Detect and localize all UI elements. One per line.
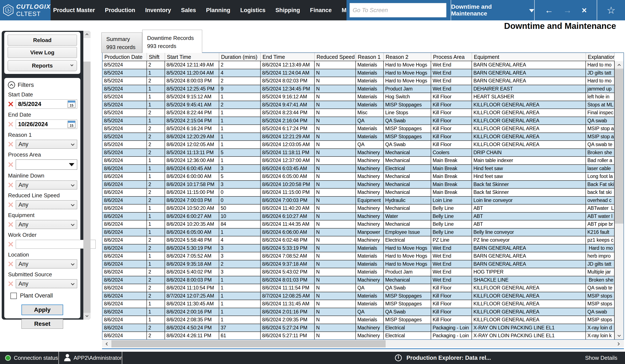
table-cell[interactable]: 8/6/2024 5:30:19 PM <box>165 244 219 252</box>
table-cell[interactable]: 2 <box>147 109 165 117</box>
clear-mainline-down-icon[interactable] <box>7 182 14 188</box>
table-cell[interactable]: Kill Floor <box>431 308 472 316</box>
table-cell[interactable]: QA <box>356 141 384 148</box>
table-cell[interactable]: 8/6/2024 <box>102 300 147 308</box>
table-cell[interactable]: 8/6/2024 <box>102 221 147 228</box>
table-cell[interactable]: Manpower <box>356 228 384 236</box>
table-cell[interactable]: 1 <box>147 316 165 324</box>
table-cell[interactable]: 8/6/2024 12:21:29 AM <box>261 133 315 140</box>
table-cell[interactable]: Kill Floor <box>431 300 472 308</box>
table-cell[interactable]: MISP Stoppages <box>384 101 431 109</box>
table-cell[interactable]: Wet End <box>431 244 472 252</box>
scroll-down-arrow-icon[interactable] <box>83 313 91 320</box>
table-cell[interactable]: 4 <box>219 69 261 77</box>
table-cell[interactable]: 1 <box>147 228 165 236</box>
table-cell[interactable]: ABTwater L <box>586 204 615 212</box>
table-row[interactable]: 8/5/202418/5/2024 9:15:12 AM18/5/2024 9:… <box>102 93 615 101</box>
table-cell[interactable]: Kill Floor <box>431 125 472 133</box>
table-cell[interactable]: Machinery <box>356 276 384 284</box>
table-cell[interactable]: Wet End <box>431 69 472 77</box>
table-cell[interactable]: 8/6/2024 4:50:24 PM <box>165 324 219 332</box>
table-cell[interactable]: 1 <box>219 133 261 140</box>
table-cell[interactable]: 3 <box>219 252 261 260</box>
table-cell[interactable]: N <box>315 221 356 228</box>
table-row[interactable]: 8/5/202428/6/2024 12:20:29 AM18/6/2024 1… <box>102 133 615 141</box>
table-cell[interactable]: 8/6/2024 10:17:58 PM <box>165 181 219 188</box>
table-cell[interactable]: Broken she <box>586 149 615 157</box>
end-date-input[interactable]: 10/26/2024 15 <box>16 120 77 129</box>
table-cell[interactable]: Packaging - Loin <box>431 332 472 339</box>
table-cell[interactable]: Kill Floor <box>431 117 472 125</box>
clear-reason1-icon[interactable] <box>7 141 14 147</box>
table-cell[interactable]: Product Jam <box>384 268 431 276</box>
table-cell[interactable]: MSIP stop a <box>586 125 615 133</box>
table-cell[interactable]: Water <box>384 213 431 220</box>
table-cell[interactable]: KILLFLOOR GENERAL AREA <box>472 109 586 117</box>
table-cell[interactable]: 2 <box>219 101 261 109</box>
scroll-left-arrow-icon[interactable] <box>102 340 111 347</box>
table-cell[interactable]: 2 <box>147 141 165 148</box>
table-cell[interactable]: N <box>315 276 356 284</box>
table-cell[interactable]: QA Swab <box>384 284 431 292</box>
show-details-button[interactable]: Show Details <box>585 352 617 364</box>
table-cell[interactable]: 1 <box>219 109 261 117</box>
clear-process-area-icon[interactable] <box>7 161 14 168</box>
table-row[interactable]: 8/6/202428/6/2024 4:26:11 PM618/6/2024 5… <box>102 332 615 339</box>
reduced-line-speed-select[interactable]: Any <box>16 200 77 209</box>
table-cell[interactable]: Materials <box>356 69 384 77</box>
table-cell[interactable]: 8/6/2024 6:00:00 AM <box>165 173 219 180</box>
table-cell[interactable]: 2 <box>219 77 261 85</box>
table-cell[interactable]: 3 <box>219 181 261 188</box>
column-header-end-time[interactable]: End Time <box>261 53 315 61</box>
table-cell[interactable]: 5 <box>219 173 261 180</box>
column-header-reduced-speed[interactable]: Reduced Speed <box>315 53 356 61</box>
column-header-equipment[interactable]: Equipment <box>472 53 586 61</box>
table-cell[interactable]: 8/5/2024 9:16:12 AM <box>261 93 315 101</box>
table-cell[interactable]: Hard to mo <box>586 244 615 252</box>
table-cell[interactable]: 8/6/2024 6:00:27 AM <box>165 213 219 220</box>
table-cell[interactable]: 8/6/2024 11:15:00 PM <box>165 189 219 196</box>
table-cell[interactable]: Materials <box>356 133 384 140</box>
table-cell[interactable]: N <box>315 117 356 125</box>
table-cell[interactable]: 8/6/2024 5:43:02 PM <box>261 268 315 276</box>
table-cell[interactable]: 8/5/2024 9:45:41 AM <box>165 101 219 109</box>
table-cell[interactable]: DRIP CHAIN <box>472 149 586 157</box>
table-cell[interactable]: Machinery <box>356 221 384 228</box>
table-row[interactable]: 8/6/202428/6/2024 8:00:03 PM18/6/2024 8:… <box>102 276 615 284</box>
table-cell[interactable]: Stops at ML <box>586 101 615 109</box>
table-cell[interactable]: N <box>315 244 356 252</box>
table-cell[interactable]: N <box>315 93 356 101</box>
table-cell[interactable]: QA swab te <box>586 284 615 292</box>
apply-button[interactable]: Apply <box>22 305 63 315</box>
table-cell[interactable]: Electrical <box>384 324 431 332</box>
table-cell[interactable]: HEART SLASHER <box>472 93 586 101</box>
table-cell[interactable]: N <box>315 332 356 339</box>
table-cell[interactable]: 8/6/2024 4:26:11 PM <box>165 332 219 339</box>
table-cell[interactable]: 1 <box>219 308 261 316</box>
table-cell[interactable]: 1 <box>219 292 261 300</box>
column-header-duration-mins-[interactable]: Duration (mins) <box>219 53 261 61</box>
table-cell[interactable]: Mechanical <box>384 173 431 180</box>
column-header-process-area[interactable]: Process Area <box>431 53 472 61</box>
table-cell[interactable]: MSIP stops <box>586 292 615 300</box>
table-cell[interactable]: N <box>315 181 356 188</box>
table-cell[interactable]: N <box>315 292 356 300</box>
table-cell[interactable]: 8/6/2024 6:00:45 AM <box>165 165 219 172</box>
table-row[interactable]: 8/6/202428/6/2024 7:00:03 PM08/6/2024 7:… <box>102 197 615 205</box>
table-cell[interactable]: 2 <box>147 236 165 244</box>
table-cell[interactable]: Mechanical <box>384 181 431 188</box>
table-cell[interactable]: N <box>315 300 356 308</box>
table-cell[interactable]: ABT pipe br <box>586 221 615 228</box>
table-cell[interactable]: Materials <box>356 292 384 300</box>
table-cell[interactable]: 8/6/2024 7:05:52 AM <box>165 252 219 260</box>
table-cell[interactable]: 8/6/2024 7:00:03 PM <box>261 197 315 204</box>
table-cell[interactable]: 8/6/2024 8:00:03 PM <box>165 276 219 284</box>
table-cell[interactable]: N <box>315 125 356 133</box>
table-cell[interactable]: 8/6/2024 <box>102 268 147 276</box>
table-cell[interactable]: Mechanical <box>384 276 431 284</box>
table-cell[interactable]: 8/6/2024 2:00:16 PM <box>165 308 219 316</box>
nav-item-product-master[interactable]: Product Master <box>53 7 95 14</box>
table-cell[interactable]: QA <box>356 308 384 316</box>
table-cell[interactable]: 84 <box>219 221 261 228</box>
table-cell[interactable]: Back fat Skinner <box>472 181 586 188</box>
